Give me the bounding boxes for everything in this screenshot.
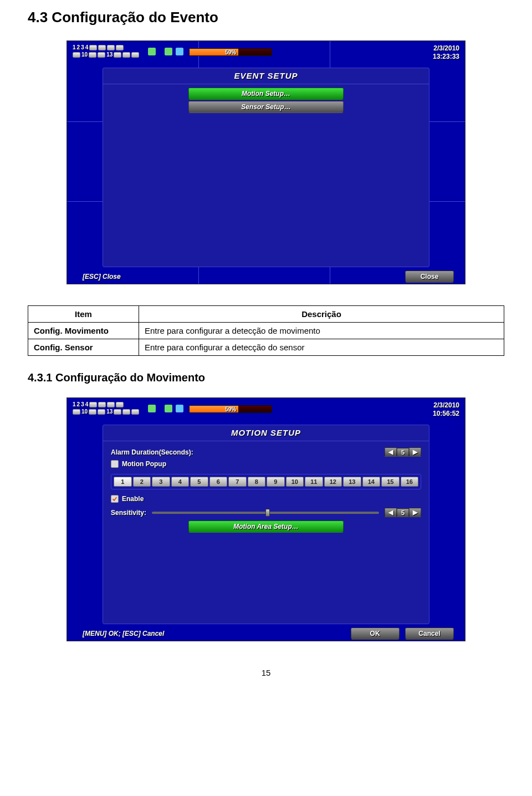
channel-box (122, 52, 130, 58)
slider-knob[interactable] (265, 509, 270, 517)
time-label: 13:23:33 (433, 53, 459, 61)
menu-esc-hint: [MENU] OK; [ESC] Cancel (83, 630, 164, 637)
channel-tab[interactable]: 6 (209, 477, 228, 487)
channel-box (107, 45, 115, 50)
table-row: Config. Movimento Entre para configurar … (28, 323, 504, 339)
disk-progress: 59% (189, 48, 272, 56)
channel-tab[interactable]: 7 (228, 477, 247, 487)
status-icon (176, 405, 183, 412)
channel-num: 3 (81, 44, 84, 50)
channel-tab[interactable]: 12 (324, 477, 342, 487)
checkbox-icon[interactable] (111, 460, 119, 468)
channel-box (73, 52, 80, 58)
status-icons (148, 405, 156, 412)
table-header-desc: Descrição (139, 306, 504, 323)
status-icon (165, 405, 172, 412)
channel-tab[interactable]: 9 (267, 477, 285, 487)
sensitivity-value: 5 (397, 508, 409, 517)
motion-setup-panel: MOTION SETUP Alarm Duration(Seconds): ◀ … (103, 425, 429, 624)
channel-box (98, 402, 106, 407)
arrow-left-icon[interactable]: ◀ (385, 508, 397, 517)
screenshot-motion-setup: 1 2 3 4 10 13 (28, 393, 504, 646)
event-setup-panel: EVENT SETUP Motion Setup… Sensor Setup… (103, 68, 429, 267)
time-label: 10:56:52 (433, 410, 459, 418)
table-row: Config. Sensor Entre para configurar a d… (28, 339, 504, 356)
channel-box (89, 402, 97, 407)
arrow-right-icon[interactable]: ▶ (409, 447, 421, 457)
alarm-duration-spinner[interactable]: ◀ 5 ▶ (385, 447, 421, 457)
channel-box (114, 52, 121, 58)
channel-num: 4 (85, 44, 89, 50)
sub-heading: 4.3.1 Configuração do Movimento (28, 371, 504, 384)
sensitivity-spinner[interactable]: ◀ 5 ▶ (385, 508, 421, 517)
channel-num: 2 (77, 44, 80, 50)
status-icon (148, 405, 156, 412)
channel-tab[interactable]: 1 (114, 477, 132, 487)
disk-progress: 59% (189, 405, 272, 413)
checkbox-icon[interactable] (111, 495, 119, 503)
channel-box (116, 402, 124, 407)
alarm-duration-value: 5 (397, 448, 409, 457)
table-cell-item: Config. Movimento (28, 323, 139, 339)
channel-box (131, 52, 139, 58)
arrow-left-icon[interactable]: ◀ (385, 447, 397, 457)
status-icons (148, 48, 156, 55)
sensor-setup-button[interactable]: Sensor Setup… (188, 101, 344, 113)
arrow-right-icon[interactable]: ▶ (409, 508, 421, 517)
ok-button[interactable]: OK (351, 627, 400, 640)
table-cell-desc: Entre para configurar a detecção de movi… (139, 323, 504, 339)
enable-label: Enable (122, 495, 144, 503)
channel-box (107, 402, 115, 407)
motion-setup-button[interactable]: Motion Setup… (188, 88, 344, 100)
panel-title: EVENT SETUP (103, 68, 429, 84)
channel-num: 13 (106, 52, 112, 58)
page-number: 15 (28, 668, 504, 677)
sensitivity-slider[interactable] (152, 512, 379, 514)
channel-tab[interactable]: 16 (401, 477, 419, 487)
status-icon (176, 48, 183, 55)
sensitivity-label: Sensitivity: (111, 509, 146, 517)
section-heading: 4.3 Configuração do Evento (28, 9, 504, 26)
channel-tab[interactable]: 14 (362, 477, 381, 487)
channel-tab[interactable]: 5 (190, 477, 208, 487)
cancel-button[interactable]: Cancel (405, 627, 454, 640)
footer-bar: [ESC] Close Close (67, 267, 465, 287)
status-icons (165, 405, 183, 412)
channel-indicators: 1 2 3 4 10 13 (73, 44, 139, 59)
channel-tab[interactable]: 13 (343, 477, 361, 487)
channel-box (89, 409, 96, 415)
channel-num: 13 (106, 409, 112, 415)
channel-box (116, 45, 124, 50)
status-bar: 1 2 3 4 10 13 (67, 41, 465, 63)
motion-area-setup-button[interactable]: Motion Area Setup… (188, 521, 344, 533)
status-bar: 1 2 3 4 10 13 (67, 398, 465, 420)
progress-percent: 59% (190, 406, 272, 414)
channel-tab[interactable]: 3 (152, 477, 170, 487)
close-button[interactable]: Close (405, 271, 454, 283)
channel-tab[interactable]: 4 (171, 477, 190, 487)
channel-tab[interactable]: 10 (286, 477, 304, 487)
channel-tab[interactable]: 15 (381, 477, 400, 487)
channel-box (98, 52, 105, 58)
channel-tab[interactable]: 2 (133, 477, 151, 487)
channel-num: 10 (81, 52, 88, 58)
channel-num: 1 (73, 401, 76, 407)
table-cell-item: Config. Sensor (28, 339, 139, 356)
motion-popup-checkbox[interactable]: Motion Popup (111, 460, 166, 468)
channel-tab[interactable]: 8 (248, 477, 266, 487)
footer-bar: [MENU] OK; [ESC] Cancel OK Cancel (67, 624, 465, 644)
motion-popup-label: Motion Popup (122, 460, 166, 468)
channel-tab[interactable]: 11 (305, 477, 323, 487)
channel-box (98, 45, 106, 50)
channel-num: 1 (73, 44, 76, 50)
status-icon (165, 48, 172, 55)
channel-box (122, 409, 130, 415)
channel-num: 3 (81, 401, 84, 407)
enable-checkbox[interactable]: Enable (111, 495, 144, 503)
description-table: Item Descrição Config. Movimento Entre p… (28, 305, 504, 356)
channel-box (89, 45, 97, 50)
esc-hint: [ESC] Close (83, 273, 121, 280)
channel-box (89, 52, 96, 58)
alarm-duration-label: Alarm Duration(Seconds): (111, 448, 193, 456)
channel-num: 2 (77, 401, 80, 407)
